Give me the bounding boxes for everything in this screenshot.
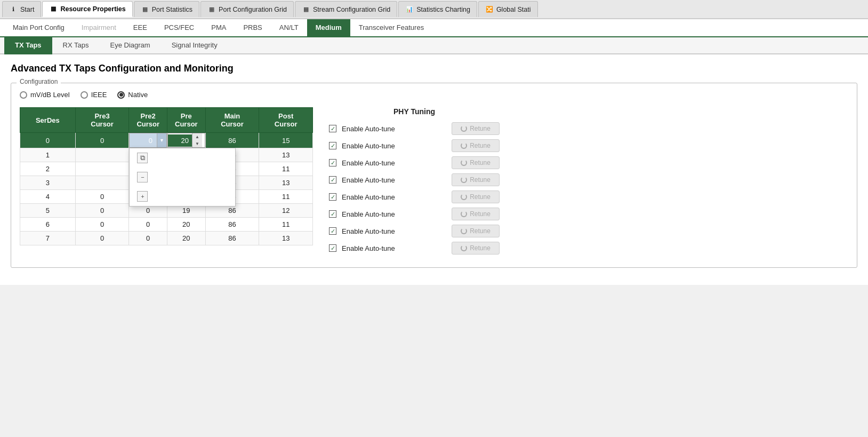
- context-menu-use-value[interactable]: ⧉ Use Value for All: [130, 148, 235, 168]
- phy-checkbox-0[interactable]: ✓: [329, 125, 336, 132]
- cell-main-0[interactable]: 86: [205, 133, 259, 148]
- cell-pre3-6[interactable]: 0: [75, 218, 129, 232]
- radio-ieee-btn[interactable]: [81, 91, 88, 99]
- tab-statistics-charting[interactable]: 📊 Statistics Charting: [398, 1, 477, 17]
- cell-main-7[interactable]: 86: [205, 232, 259, 245]
- cell-pre2-7[interactable]: 0: [129, 232, 167, 245]
- page-title: Advanced TX Taps Configuration and Monit…: [11, 63, 857, 74]
- nav-main-port-config[interactable]: Main Port Config: [4, 19, 73, 37]
- phy-checkbox-2[interactable]: ✓: [329, 159, 336, 166]
- sub-tab-signal-integrity[interactable]: Signal Integrity: [161, 37, 228, 54]
- cell-post-5[interactable]: 12: [259, 204, 313, 218]
- tab-start[interactable]: ℹ Start: [2, 1, 41, 17]
- cell-pre-7[interactable]: 20: [167, 232, 206, 245]
- phy-row-6: ✓ Enable Auto-tune Retune: [329, 225, 500, 237]
- cell-post-1[interactable]: 13: [259, 148, 313, 162]
- cell-pre3-7[interactable]: 0: [75, 232, 129, 245]
- top-tab-bar: ℹ Start ▦ Resource Properties ▦ Port Sta…: [0, 0, 868, 19]
- retune-button-1[interactable]: Retune: [452, 139, 500, 152]
- nav-pma[interactable]: PMA: [203, 19, 235, 37]
- retune-button-0[interactable]: Retune: [452, 122, 500, 135]
- tab-port-statistics[interactable]: ▦ Port Statistics: [134, 1, 199, 17]
- port-statistics-icon: ▦: [141, 5, 149, 14]
- context-menu: ⧉ Use Value for All − Set to Min +: [129, 148, 236, 206]
- nav-transceiver-features[interactable]: Transceiver Features: [350, 19, 432, 37]
- cell-pre3-3[interactable]: [75, 176, 129, 190]
- dropdown-arrow-icon[interactable]: ▼: [157, 133, 166, 147]
- context-menu-set-min[interactable]: − Set to Min: [130, 168, 235, 187]
- phy-checkbox-5[interactable]: ✓: [329, 210, 336, 218]
- radio-mv-db[interactable]: mV/dB Level: [20, 91, 70, 99]
- nav-an-lt[interactable]: AN/LT: [271, 19, 307, 37]
- context-menu-set-max[interactable]: + Set to Max: [130, 187, 235, 206]
- retune-button-6[interactable]: Retune: [452, 225, 500, 237]
- nav-prbs[interactable]: PRBS: [235, 19, 270, 37]
- cell-post-3[interactable]: 13: [259, 176, 313, 190]
- start-icon: ℹ: [9, 5, 18, 14]
- nav-eee[interactable]: EEE: [125, 19, 156, 37]
- phy-checkbox-7[interactable]: ✓: [329, 244, 336, 252]
- cell-post-4[interactable]: 11: [259, 190, 313, 204]
- config-group-legend: Configuration: [17, 78, 61, 85]
- nav-bar: Main Port Config Impairment EEE PCS/FEC …: [0, 19, 868, 37]
- tab-resource-properties[interactable]: ▦ Resource Properties: [42, 1, 132, 17]
- phy-label-3: Enable Auto-tune: [342, 176, 446, 184]
- cell-pre2-6[interactable]: 0: [129, 218, 167, 232]
- stream-config-grid-icon: ▦: [302, 5, 310, 14]
- radio-native[interactable]: Native: [117, 91, 148, 99]
- retune-button-5[interactable]: Retune: [452, 208, 500, 220]
- sub-tab-eye-diagram[interactable]: Eye Diagram: [100, 37, 161, 54]
- tab-stream-config-grid[interactable]: ▦ Stream Configuration Grid: [295, 1, 397, 17]
- spinner-down-button[interactable]: ▼: [192, 140, 202, 147]
- main-content: Advanced TX Taps Configuration and Monit…: [0, 54, 868, 285]
- cell-serdes-6: 6: [20, 218, 76, 232]
- cell-pre3-2[interactable]: [75, 162, 129, 176]
- cell-post-6[interactable]: 11: [259, 218, 313, 232]
- tab-port-config-grid[interactable]: ▦ Port Configuration Grid: [200, 1, 294, 17]
- radio-ieee-label: IEEE: [91, 91, 107, 99]
- cell-post-0[interactable]: 15: [259, 133, 313, 148]
- phy-checkbox-1[interactable]: ✓: [329, 142, 336, 149]
- phy-checkbox-6[interactable]: ✓: [329, 227, 336, 235]
- cell-pre2-0[interactable]: 0 ▼ ⧉ Use Value for All: [129, 133, 167, 148]
- plus-icon: +: [137, 191, 148, 202]
- spinner-input[interactable]: [168, 134, 192, 147]
- sub-tab-rx-taps[interactable]: RX Taps: [52, 37, 100, 54]
- cell-pre3-0[interactable]: 0: [75, 133, 129, 148]
- spinner-up-button[interactable]: ▲: [192, 133, 202, 140]
- cell-post-2[interactable]: 11: [259, 162, 313, 176]
- radio-mv-db-btn[interactable]: [20, 91, 27, 99]
- sub-tab-tx-taps[interactable]: TX Taps: [4, 37, 52, 54]
- tab-global-stati[interactable]: 🔀 Global Stati: [478, 1, 538, 17]
- cell-post-7[interactable]: 13: [259, 232, 313, 245]
- cell-main-6[interactable]: 86: [205, 218, 259, 232]
- cell-pre-6[interactable]: 20: [167, 218, 206, 232]
- phy-label-0: Enable Auto-tune: [342, 125, 446, 133]
- tab-resource-properties-label: Resource Properties: [60, 5, 125, 13]
- phy-row-3: ✓ Enable Auto-tune Retune: [329, 173, 500, 186]
- cell-pre3-1[interactable]: [75, 148, 129, 162]
- retune-icon-2: [461, 160, 467, 166]
- radio-native-btn[interactable]: [117, 91, 125, 99]
- content-row: SerDes Pre3Cursor Pre2Cursor PreCursor M…: [20, 107, 848, 259]
- cell-serdes-3: 3: [20, 176, 76, 190]
- phy-checkbox-3[interactable]: ✓: [329, 176, 336, 184]
- statistics-charting-icon: 📊: [405, 5, 414, 14]
- phy-label-6: Enable Auto-tune: [342, 227, 446, 235]
- col-post: PostCursor: [259, 108, 313, 133]
- nav-medium[interactable]: Medium: [307, 19, 350, 37]
- retune-icon-4: [461, 194, 467, 200]
- retune-icon-1: [461, 142, 467, 149]
- retune-button-2[interactable]: Retune: [452, 156, 500, 169]
- retune-button-3[interactable]: Retune: [452, 173, 500, 186]
- radio-ieee[interactable]: IEEE: [81, 91, 107, 99]
- cell-pre3-5[interactable]: 0: [75, 204, 129, 218]
- cell-pre-0[interactable]: ▲ ▼: [167, 133, 206, 148]
- nav-pcs-fec[interactable]: PCS/FEC: [156, 19, 203, 37]
- phy-checkbox-4[interactable]: ✓: [329, 193, 336, 201]
- cell-pre3-4[interactable]: 0: [75, 190, 129, 204]
- phy-tuning-title: PHY Tuning: [329, 107, 500, 116]
- tab-stream-config-grid-label: Stream Configuration Grid: [313, 6, 390, 13]
- retune-button-7[interactable]: Retune: [452, 242, 500, 255]
- retune-button-4[interactable]: Retune: [452, 190, 500, 203]
